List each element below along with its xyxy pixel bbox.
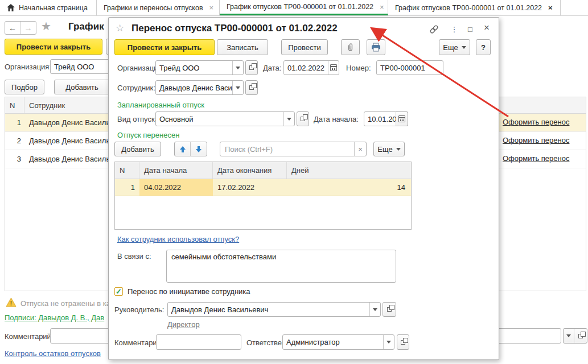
post-button[interactable]: Провести: [281, 39, 328, 55]
tab-label: Начальная страница: [19, 4, 88, 12]
vacation-type-open-button[interactable]: [297, 111, 309, 126]
comment-input[interactable]: [160, 337, 237, 347]
bg-vacation-balance-link[interactable]: Контроль остатков отпусков: [5, 349, 101, 358]
post-and-close-button[interactable]: Провести и закрыть: [114, 39, 215, 55]
vacation-type-combo[interactable]: Основной: [155, 111, 295, 126]
bg-add-button[interactable]: Добавить: [54, 80, 110, 94]
dialog-title: Перенос отпуска ТР00-000001 от 01.02.202…: [131, 23, 338, 34]
transferred-section-title: Отпуск перенесен: [117, 131, 179, 139]
initiative-checkbox[interactable]: ✓: [114, 287, 123, 296]
more-label: Еще: [443, 43, 458, 52]
bg-pick-button[interactable]: Подбор: [5, 80, 44, 94]
start-date-calendar-button[interactable]: [396, 111, 408, 126]
close-icon[interactable]: ×: [482, 23, 492, 33]
row-number: 2: [5, 136, 24, 145]
open-icon: [401, 340, 405, 345]
tab-schedule-document[interactable]: График отпусков ТР00-000001 от 01.01.202…: [388, 0, 561, 15]
dropdown-button[interactable]: [369, 303, 380, 316]
organization-combo[interactable]: Трейд ООО: [155, 60, 244, 75]
table-more-button[interactable]: Еще: [373, 142, 405, 156]
manager-combo[interactable]: Давыдов Денис Васильевич: [167, 302, 381, 317]
responsible-open-button[interactable]: [397, 334, 409, 350]
post-and-close-label: Провести и закрыть: [128, 43, 202, 52]
open-button[interactable]: [574, 329, 587, 343]
save-button[interactable]: Записать: [217, 39, 268, 55]
tab-home[interactable]: Начальная страница: [0, 0, 97, 15]
search-input[interactable]: [224, 144, 354, 154]
bg-signatures-link[interactable]: Подписи: Давыдов Д. В., Дав: [5, 313, 104, 322]
tab-close-icon[interactable]: ×: [548, 3, 553, 12]
employee-combo[interactable]: Давыдов Денис Васильев: [155, 80, 244, 95]
table-row[interactable]: 1 04.02.2022 17.02.2022 14: [115, 179, 411, 196]
vacation-type-label: Вид отпуска:: [117, 115, 161, 123]
get-link-icon[interactable]: [429, 24, 439, 34]
more-button[interactable]: Еще: [439, 39, 470, 55]
row-employee: Давыдов Денис Василь: [24, 136, 110, 145]
row-employee: Давыдов Денис Василь: [24, 118, 110, 127]
organization-open-button[interactable]: [245, 60, 258, 75]
dropdown-button[interactable]: [232, 81, 243, 94]
search-field[interactable]: ×: [220, 142, 367, 156]
arrow-down-icon: [196, 146, 202, 152]
reason-textarea[interactable]: семейными обстоятельствами: [166, 250, 396, 283]
vacation-transfer-dialog: ☆ Перенос отпуска ТР00-000001 от 01.02.2…: [108, 17, 499, 360]
planned-section-title: Запланированный отпуск: [117, 101, 204, 109]
tab-label: Графики и переносы отпусков: [104, 4, 203, 12]
number-field[interactable]: ТР00-000001: [376, 60, 443, 75]
manager-open-button[interactable]: [383, 302, 396, 317]
move-down-button[interactable]: [191, 142, 207, 156]
help-button[interactable]: ?: [476, 39, 491, 55]
print-button[interactable]: [367, 39, 385, 55]
more-menu-icon[interactable]: ⋮: [449, 24, 459, 34]
vacation-usage-link[interactable]: Как сотрудник использовал отпуск?: [117, 235, 239, 243]
manager-label: Руководитель:: [114, 305, 164, 314]
open-icon: [387, 307, 392, 312]
responsible-combo[interactable]: Администратор: [282, 334, 394, 350]
back-button[interactable]: ←: [5, 22, 20, 34]
move-up-button[interactable]: [175, 142, 191, 156]
col-end-date: Дата окончания: [213, 162, 287, 179]
forward-button[interactable]: →: [20, 22, 36, 34]
attachments-button[interactable]: [341, 39, 360, 55]
dropdown-icon: [386, 341, 391, 344]
comment-field[interactable]: [156, 334, 241, 350]
bg-add-label: Добавить: [65, 83, 98, 92]
add-row-button[interactable]: Добавить: [114, 142, 161, 156]
home-icon: [7, 4, 15, 11]
bg-comment-label: Комментарий:: [5, 332, 54, 341]
dropdown-button[interactable]: [383, 335, 394, 349]
dropdown-icon: [566, 334, 571, 337]
transfer-link[interactable]: Оформить перенос: [503, 136, 569, 144]
transfer-link[interactable]: Оформить перенос: [503, 154, 569, 163]
favorite-star-icon[interactable]: ★: [41, 19, 51, 33]
tab-close-icon[interactable]: ×: [380, 3, 384, 11]
clear-search-button[interactable]: ×: [354, 142, 366, 156]
tab-schedules-list[interactable]: Графики и переносы отпусков ×: [97, 0, 220, 15]
dropdown-icon: [236, 67, 240, 69]
favorite-star-icon[interactable]: ☆: [116, 22, 124, 34]
nav-buttons: ← →: [5, 21, 36, 35]
date-field[interactable]: 01.02.2022: [283, 60, 339, 75]
tab-schedule-document-active[interactable]: График отпусков ТР00-000001 от 01.01.202…: [220, 0, 388, 15]
background-page-title: График: [68, 21, 104, 32]
dropdown-button[interactable]: [564, 329, 574, 343]
dropdown-icon: [236, 86, 240, 89]
dropdown-icon: [396, 148, 401, 151]
row-start-date[interactable]: 04.02.2022: [139, 179, 213, 196]
manager-value: Давыдов Денис Васильевич: [171, 305, 369, 314]
transfer-link[interactable]: Оформить перенос: [503, 118, 569, 126]
position-link[interactable]: Директор: [167, 320, 200, 329]
organization-value: Трейд ООО: [159, 64, 232, 72]
maximize-icon[interactable]: □: [465, 24, 475, 34]
tab-close-icon[interactable]: ×: [209, 3, 214, 12]
start-date-label: Дата начала:: [314, 115, 359, 123]
dropdown-button[interactable]: [232, 61, 243, 75]
bg-post-and-close-button[interactable]: Провести и закрыть: [5, 39, 102, 55]
calendar-button[interactable]: [328, 61, 339, 75]
open-icon: [249, 65, 254, 70]
post-label: Провести: [288, 43, 321, 52]
check-icon: ✓: [116, 287, 122, 296]
employee-open-button[interactable]: [245, 80, 258, 95]
dropdown-button[interactable]: [283, 112, 294, 126]
svg-text:!: !: [10, 300, 12, 307]
